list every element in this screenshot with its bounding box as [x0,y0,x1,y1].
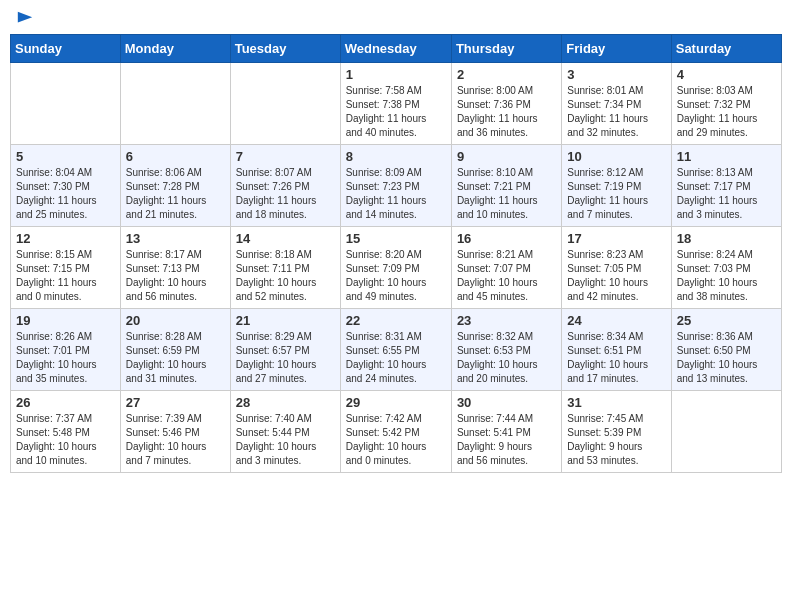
day-info: Sunrise: 8:23 AM Sunset: 7:05 PM Dayligh… [567,248,665,304]
day-info: Sunrise: 8:10 AM Sunset: 7:21 PM Dayligh… [457,166,556,222]
calendar-cell: 2Sunrise: 8:00 AM Sunset: 7:36 PM Daylig… [451,63,561,145]
day-info: Sunrise: 8:12 AM Sunset: 7:19 PM Dayligh… [567,166,665,222]
day-number: 3 [567,67,665,82]
calendar-week-row: 19Sunrise: 8:26 AM Sunset: 7:01 PM Dayli… [11,309,782,391]
day-info: Sunrise: 8:32 AM Sunset: 6:53 PM Dayligh… [457,330,556,386]
calendar-cell [230,63,340,145]
day-number: 5 [16,149,115,164]
calendar-cell: 4Sunrise: 8:03 AM Sunset: 7:32 PM Daylig… [671,63,781,145]
day-info: Sunrise: 7:44 AM Sunset: 5:41 PM Dayligh… [457,412,556,468]
calendar-cell: 17Sunrise: 8:23 AM Sunset: 7:05 PM Dayli… [562,227,671,309]
day-number: 2 [457,67,556,82]
day-info: Sunrise: 8:36 AM Sunset: 6:50 PM Dayligh… [677,330,776,386]
svg-marker-0 [18,12,32,23]
day-info: Sunrise: 8:21 AM Sunset: 7:07 PM Dayligh… [457,248,556,304]
day-number: 13 [126,231,225,246]
day-info: Sunrise: 7:39 AM Sunset: 5:46 PM Dayligh… [126,412,225,468]
day-info: Sunrise: 8:18 AM Sunset: 7:11 PM Dayligh… [236,248,335,304]
day-info: Sunrise: 8:15 AM Sunset: 7:15 PM Dayligh… [16,248,115,304]
day-info: Sunrise: 8:17 AM Sunset: 7:13 PM Dayligh… [126,248,225,304]
calendar-cell: 26Sunrise: 7:37 AM Sunset: 5:48 PM Dayli… [11,391,121,473]
day-number: 30 [457,395,556,410]
calendar-cell: 28Sunrise: 7:40 AM Sunset: 5:44 PM Dayli… [230,391,340,473]
day-number: 25 [677,313,776,328]
calendar-cell: 1Sunrise: 7:58 AM Sunset: 7:38 PM Daylig… [340,63,451,145]
calendar-cell: 22Sunrise: 8:31 AM Sunset: 6:55 PM Dayli… [340,309,451,391]
day-info: Sunrise: 8:04 AM Sunset: 7:30 PM Dayligh… [16,166,115,222]
page-header [10,10,782,26]
day-number: 16 [457,231,556,246]
calendar-week-row: 5Sunrise: 8:04 AM Sunset: 7:30 PM Daylig… [11,145,782,227]
day-number: 7 [236,149,335,164]
calendar-cell: 9Sunrise: 8:10 AM Sunset: 7:21 PM Daylig… [451,145,561,227]
calendar-cell: 21Sunrise: 8:29 AM Sunset: 6:57 PM Dayli… [230,309,340,391]
day-number: 31 [567,395,665,410]
day-info: Sunrise: 8:06 AM Sunset: 7:28 PM Dayligh… [126,166,225,222]
calendar-cell: 14Sunrise: 8:18 AM Sunset: 7:11 PM Dayli… [230,227,340,309]
day-info: Sunrise: 8:28 AM Sunset: 6:59 PM Dayligh… [126,330,225,386]
calendar-header-monday: Monday [120,35,230,63]
day-info: Sunrise: 8:29 AM Sunset: 6:57 PM Dayligh… [236,330,335,386]
day-number: 29 [346,395,446,410]
day-number: 14 [236,231,335,246]
calendar-header-sunday: Sunday [11,35,121,63]
day-number: 1 [346,67,446,82]
day-info: Sunrise: 8:24 AM Sunset: 7:03 PM Dayligh… [677,248,776,304]
day-number: 21 [236,313,335,328]
calendar-cell: 8Sunrise: 8:09 AM Sunset: 7:23 PM Daylig… [340,145,451,227]
calendar-cell [120,63,230,145]
day-number: 12 [16,231,115,246]
logo-flag-icon [16,10,34,28]
day-info: Sunrise: 8:09 AM Sunset: 7:23 PM Dayligh… [346,166,446,222]
day-number: 28 [236,395,335,410]
calendar-cell: 27Sunrise: 7:39 AM Sunset: 5:46 PM Dayli… [120,391,230,473]
calendar-cell: 29Sunrise: 7:42 AM Sunset: 5:42 PM Dayli… [340,391,451,473]
day-info: Sunrise: 8:03 AM Sunset: 7:32 PM Dayligh… [677,84,776,140]
calendar-week-row: 26Sunrise: 7:37 AM Sunset: 5:48 PM Dayli… [11,391,782,473]
day-number: 8 [346,149,446,164]
calendar-cell: 23Sunrise: 8:32 AM Sunset: 6:53 PM Dayli… [451,309,561,391]
calendar-header-saturday: Saturday [671,35,781,63]
day-info: Sunrise: 8:31 AM Sunset: 6:55 PM Dayligh… [346,330,446,386]
day-info: Sunrise: 8:01 AM Sunset: 7:34 PM Dayligh… [567,84,665,140]
calendar-cell: 5Sunrise: 8:04 AM Sunset: 7:30 PM Daylig… [11,145,121,227]
day-info: Sunrise: 7:37 AM Sunset: 5:48 PM Dayligh… [16,412,115,468]
calendar-header-wednesday: Wednesday [340,35,451,63]
day-number: 15 [346,231,446,246]
day-info: Sunrise: 8:07 AM Sunset: 7:26 PM Dayligh… [236,166,335,222]
day-info: Sunrise: 8:00 AM Sunset: 7:36 PM Dayligh… [457,84,556,140]
day-info: Sunrise: 8:34 AM Sunset: 6:51 PM Dayligh… [567,330,665,386]
day-info: Sunrise: 7:40 AM Sunset: 5:44 PM Dayligh… [236,412,335,468]
calendar-cell: 15Sunrise: 8:20 AM Sunset: 7:09 PM Dayli… [340,227,451,309]
calendar-cell [11,63,121,145]
calendar-cell: 3Sunrise: 8:01 AM Sunset: 7:34 PM Daylig… [562,63,671,145]
day-number: 22 [346,313,446,328]
calendar-cell: 11Sunrise: 8:13 AM Sunset: 7:17 PM Dayli… [671,145,781,227]
day-number: 20 [126,313,225,328]
day-number: 17 [567,231,665,246]
day-number: 24 [567,313,665,328]
day-info: Sunrise: 7:42 AM Sunset: 5:42 PM Dayligh… [346,412,446,468]
calendar-cell: 6Sunrise: 8:06 AM Sunset: 7:28 PM Daylig… [120,145,230,227]
calendar-cell: 31Sunrise: 7:45 AM Sunset: 5:39 PM Dayli… [562,391,671,473]
day-info: Sunrise: 8:20 AM Sunset: 7:09 PM Dayligh… [346,248,446,304]
calendar-week-row: 1Sunrise: 7:58 AM Sunset: 7:38 PM Daylig… [11,63,782,145]
day-number: 26 [16,395,115,410]
calendar-cell: 24Sunrise: 8:34 AM Sunset: 6:51 PM Dayli… [562,309,671,391]
day-info: Sunrise: 7:58 AM Sunset: 7:38 PM Dayligh… [346,84,446,140]
calendar-cell: 16Sunrise: 8:21 AM Sunset: 7:07 PM Dayli… [451,227,561,309]
day-number: 4 [677,67,776,82]
day-number: 27 [126,395,225,410]
calendar-table: SundayMondayTuesdayWednesdayThursdayFrid… [10,34,782,473]
calendar-cell: 10Sunrise: 8:12 AM Sunset: 7:19 PM Dayli… [562,145,671,227]
logo [14,10,34,26]
calendar-cell: 18Sunrise: 8:24 AM Sunset: 7:03 PM Dayli… [671,227,781,309]
calendar-header-tuesday: Tuesday [230,35,340,63]
day-info: Sunrise: 8:26 AM Sunset: 7:01 PM Dayligh… [16,330,115,386]
calendar-cell: 30Sunrise: 7:44 AM Sunset: 5:41 PM Dayli… [451,391,561,473]
calendar-cell: 12Sunrise: 8:15 AM Sunset: 7:15 PM Dayli… [11,227,121,309]
day-number: 9 [457,149,556,164]
calendar-cell: 25Sunrise: 8:36 AM Sunset: 6:50 PM Dayli… [671,309,781,391]
day-number: 18 [677,231,776,246]
day-number: 11 [677,149,776,164]
